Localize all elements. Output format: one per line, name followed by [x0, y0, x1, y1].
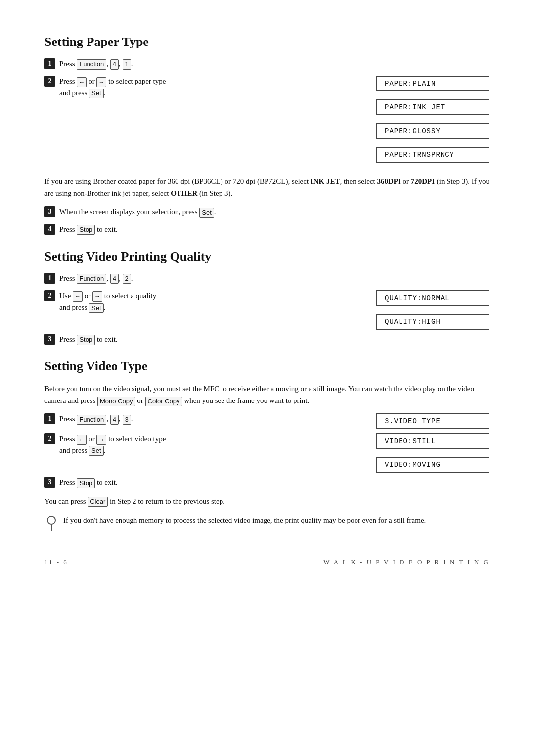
stop-key-1[interactable]: Stop — [77, 225, 95, 235]
svg-point-0 — [47, 516, 55, 524]
key-4a[interactable]: 4 — [110, 59, 119, 69]
paper-type-info: If you are using Brother coated paper fo… — [44, 176, 490, 199]
paper-type-step2-row: 2 Press ← or → to select paper typeand p… — [44, 76, 490, 167]
or-label1: or — [89, 77, 96, 85]
vt-step-1: 1 Press Function, 4, 3. — [44, 413, 361, 425]
section-video-quality: Setting Video Printing Quality 1 Press F… — [44, 249, 490, 346]
step-number-3b: 3 — [44, 334, 55, 345]
set-key-4[interactable]: Set — [89, 446, 104, 456]
screen-paper-trnsprncy: PAPER:TRNSPRNCY — [376, 147, 490, 163]
screen-paper-plain: PAPER:PLAIN — [376, 76, 490, 91]
stop-key-2[interactable]: Stop — [77, 335, 95, 345]
paper-type-step2-content: Press ← or → to select paper typeand pre… — [59, 76, 361, 99]
screen-video-type-label: 3.VIDEO TYPE — [376, 413, 490, 429]
paper-type-step4-content: Press Stop to exit. — [59, 224, 490, 235]
vt-step2-boxes: VIDEO:STILL VIDEO:MOVING — [376, 433, 490, 477]
page-footer: 11 - 6 W A L K - U P V I D E O P R I N T… — [44, 553, 490, 566]
vt-step-3: 3 Press Stop to exit. — [44, 477, 490, 488]
step-number-3a: 3 — [44, 206, 55, 217]
screen-video-still: VIDEO:STILL — [376, 433, 490, 449]
step-number-2a: 2 — [44, 76, 55, 87]
step-number-1c: 1 — [44, 413, 55, 424]
vq-step-3: 3 Press Stop to exit. — [44, 334, 490, 345]
vq-step2-row: 2 Use ← or → to select a qualityand pres… — [44, 290, 490, 334]
vt-step1-boxes: 3.VIDEO TYPE — [376, 413, 490, 433]
section-title-video-quality: Setting Video Printing Quality — [44, 249, 490, 264]
vt-step2-content: Press ← or → to select video typeand pre… — [59, 433, 361, 456]
vq-step3-content: Press Stop to exit. — [59, 334, 490, 345]
section-video-type: Setting Video Type Before you turn on th… — [44, 359, 490, 533]
section-title-paper-type: Setting Paper Type — [44, 35, 490, 49]
set-key-2[interactable]: Set — [199, 208, 214, 218]
function-key-2[interactable]: Function — [77, 274, 106, 284]
video-type-intro: Before you turn on the video signal, you… — [44, 383, 490, 406]
step-number-1b: 1 — [44, 273, 55, 284]
step-number-2c: 2 — [44, 433, 55, 444]
function-key[interactable]: Function — [77, 59, 106, 69]
footer-chapter-title: W A L K - U P V I D E O P R I N T I N G — [323, 558, 490, 566]
vt-step1-col: 1 Press Function, 4, 3. — [44, 413, 361, 431]
paper-type-step-1: 1 Press Function, 4, 1. — [44, 58, 490, 70]
vq-step2-col: 2 Use ← or → to select a qualityand pres… — [44, 290, 361, 319]
press-label: Press — [59, 60, 77, 68]
key-1[interactable]: 1 — [123, 59, 131, 69]
mono-copy-key[interactable]: Mono Copy — [97, 397, 135, 406]
vt-step1-content: Press Function, 4, 3. — [59, 413, 361, 425]
video-type-after-steps: You can press Clear in Step 2 to return … — [44, 495, 490, 507]
vt-step2-row: 2 Press ← or → to select video typeand p… — [44, 433, 490, 477]
vt-step3-content: Press Stop to exit. — [59, 477, 490, 488]
key-2[interactable]: 2 — [123, 274, 131, 284]
right-arrow-3: → — [96, 435, 106, 445]
vq-step1-content: Press Function, 4, 2. — [59, 273, 490, 284]
paper-type-step-4: 4 Press Stop to exit. — [44, 224, 490, 235]
paper-type-step-3: 3 When the screen displays your selectio… — [44, 206, 490, 218]
set-key-3[interactable]: Set — [89, 303, 104, 313]
screen-video-moving: VIDEO:MOVING — [376, 457, 490, 473]
press-label2: Press — [59, 77, 77, 85]
screen-quality-normal: QUALITY:NORMAL — [376, 290, 490, 306]
key-4b[interactable]: 4 — [110, 274, 119, 284]
key-4c[interactable]: 4 — [110, 415, 119, 425]
right-arrow-1: → — [96, 77, 106, 88]
color-copy-key[interactable]: Color Copy — [145, 397, 182, 406]
left-arrow-1: ← — [77, 77, 87, 88]
section-setting-paper-type: Setting Paper Type 1 Press Function, 4, … — [44, 35, 490, 235]
paper-type-step1-content: Press Function, 4, 1. — [59, 58, 490, 70]
step-number-3c: 3 — [44, 477, 55, 488]
left-arrow-3: ← — [77, 435, 87, 445]
section-title-video-type: Setting Video Type — [44, 359, 490, 374]
step-number-4a: 4 — [44, 224, 55, 235]
video-type-note-row: If you don't have enough memory to proce… — [44, 514, 490, 533]
step-number-1a: 1 — [44, 58, 55, 69]
vt-step-2: 2 Press ← or → to select video typeand p… — [44, 433, 361, 456]
key-3[interactable]: 3 — [123, 415, 131, 425]
quality-boxes: QUALITY:NORMAL QUALITY:HIGH — [376, 290, 490, 334]
vt-step2-col: 2 Press ← or → to select video typeand p… — [44, 433, 361, 462]
vq-step-1: 1 Press Function, 4, 2. — [44, 273, 490, 284]
screen-paper-inkjet: PAPER:INK JET — [376, 99, 490, 115]
set-key-1[interactable]: Set — [89, 89, 104, 98]
video-type-note: If you don't have enough memory to proce… — [63, 514, 426, 526]
function-key-3[interactable]: Function — [77, 415, 106, 425]
step-number-2b: 2 — [44, 290, 55, 301]
stop-key-3[interactable]: Stop — [77, 478, 95, 488]
vq-step2-content: Use ← or → to select a qualityand press … — [59, 290, 361, 313]
paper-type-step3-content: When the screen displays your selection,… — [59, 206, 490, 218]
vt-step1-row: 1 Press Function, 4, 3. 3.VIDEO TYPE — [44, 413, 490, 433]
footer-page-number: 11 - 6 — [44, 558, 68, 566]
screen-quality-high: QUALITY:HIGH — [376, 314, 490, 330]
right-arrow-2: → — [92, 291, 102, 302]
screen-paper-glossy: PAPER:GLOSSY — [376, 123, 490, 139]
vq-step-2: 2 Use ← or → to select a qualityand pres… — [44, 290, 361, 313]
clear-key[interactable]: Clear — [88, 497, 108, 507]
left-arrow-2: ← — [73, 291, 83, 302]
paper-type-boxes: PAPER:PLAIN PAPER:INK JET PAPER:GLOSSY P… — [376, 76, 490, 167]
note-icon — [44, 515, 58, 533]
paper-type-step-2: 2 Press ← or → to select paper typeand p… — [44, 76, 361, 99]
paper-type-step2-col: 2 Press ← or → to select paper typeand p… — [44, 76, 361, 105]
